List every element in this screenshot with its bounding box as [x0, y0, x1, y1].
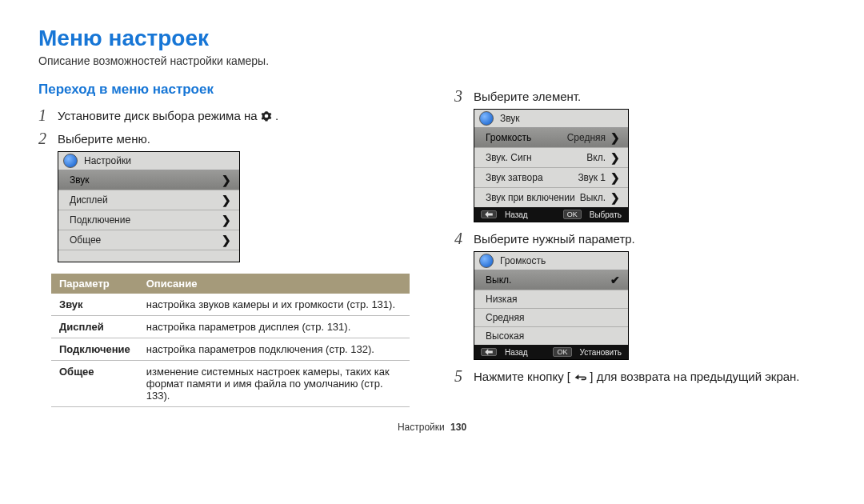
param-desc: настройка звуков камеры и их громкости (… [138, 294, 410, 316]
option-low[interactable]: Низкая [474, 290, 628, 309]
menu-item-value: Средняя [567, 132, 606, 143]
option-label: Низкая [486, 294, 518, 305]
step-number: 4 [454, 230, 467, 246]
section-heading: Переход в меню настроек [38, 82, 410, 98]
chevron-right-icon: ❯ [222, 214, 231, 226]
table-row: Дисплей настройка параметров дисплея (ст… [51, 316, 410, 338]
camera-menu-title: Звук [500, 113, 520, 124]
option-off[interactable]: Выкл. ✔ [474, 270, 628, 290]
menu-item-sound[interactable]: Звук ❯ [58, 170, 239, 190]
menu-item-display[interactable]: Дисплей ❯ [58, 190, 239, 210]
menu-item-label: Общее [70, 234, 101, 246]
option-medium[interactable]: Средняя [474, 309, 628, 327]
footer-ok-label: Выбрать [590, 210, 622, 219]
param-name: Дисплей [51, 316, 138, 338]
step-number: 5 [454, 368, 467, 384]
mode-dial-icon [479, 111, 494, 126]
back-key-icon[interactable] [481, 348, 497, 356]
chevron-right-icon: ❯ [610, 151, 620, 164]
footer-ok-label: Установить [580, 348, 622, 357]
page-title: Меню настроек [38, 26, 826, 51]
camera-menu-header: Звук [474, 110, 628, 128]
option-high[interactable]: Высокая [474, 327, 628, 345]
param-desc: настройка параметров дисплея (стр. 131). [138, 316, 410, 338]
param-desc: настройка параметров подключения (стр. 1… [138, 338, 410, 361]
table-row: Звук настройка звуков камеры и их громко… [51, 294, 410, 316]
menu-item-label: Звук при включении [486, 192, 575, 203]
gear-icon [261, 110, 272, 124]
table-row: Общее изменение системных настроек камер… [51, 361, 410, 407]
page-subtitle: Описание возможностей настройки камеры. [38, 54, 826, 67]
option-label: Выкл. [486, 274, 511, 286]
step-3: 3 Выберите элемент. [454, 88, 826, 104]
th-description: Описание [138, 274, 410, 294]
step-1: 1 Установите диск выбора режима на . [38, 107, 410, 124]
step-2: 2 Выберите меню. [38, 130, 410, 146]
table-row: Подключение настройка параметров подключ… [51, 338, 410, 361]
chevron-right-icon: ❯ [222, 174, 231, 186]
chevron-right-icon: ❯ [222, 234, 231, 246]
menu-item-value: Звук 1 [578, 172, 606, 183]
param-name: Подключение [51, 338, 138, 361]
menu-item-label: Звук. Сигн [486, 152, 532, 163]
back-icon [574, 371, 586, 385]
camera-menu-header: Громкость [474, 252, 628, 270]
step-5-text-pre: Нажмите кнопку [ [474, 370, 570, 383]
ok-key-icon[interactable]: OK [563, 210, 582, 219]
step-2-text: Выберите меню. [58, 130, 150, 146]
param-desc: изменение системных настроек камеры, так… [138, 361, 410, 407]
camera-menu-header: Настройки [58, 152, 239, 170]
step-5: 5 Нажмите кнопку [ ] для возврата на пре… [454, 368, 826, 385]
back-key-icon[interactable] [481, 210, 497, 218]
camera-menu-footer: Назад OK Установить [474, 345, 628, 359]
mode-dial-icon [63, 154, 78, 168]
mode-dial-icon [479, 254, 494, 268]
parameter-table: Параметр Описание Звук настройка звуков … [51, 274, 410, 407]
param-name: Общее [51, 361, 138, 407]
footer-back-label: Назад [505, 210, 528, 219]
chevron-right-icon: ❯ [222, 194, 231, 206]
menu-item-general[interactable]: Общее ❯ [58, 230, 239, 250]
footer-label: Настройки [398, 422, 445, 433]
th-parameter: Параметр [51, 274, 138, 294]
option-label: Высокая [486, 330, 524, 342]
menu-item-value: Выкл. [580, 192, 606, 203]
ok-key-icon[interactable]: OK [553, 347, 571, 357]
chevron-right-icon: ❯ [610, 191, 620, 204]
check-icon: ✔ [610, 274, 620, 286]
menu-item-shutter-sound[interactable]: Звук затвора Звук 1❯ [474, 168, 628, 188]
menu-item-label: Подключение [70, 214, 130, 226]
chevron-right-icon: ❯ [610, 131, 620, 144]
step-number: 1 [38, 107, 51, 123]
menu-item-volume[interactable]: Громкость Средняя❯ [474, 128, 628, 148]
camera-menu-title: Громкость [500, 255, 546, 266]
page-footer: Настройки 130 [38, 422, 826, 433]
step-4-text: Выберите нужный параметр. [474, 230, 635, 246]
step-number: 2 [38, 130, 51, 146]
step-number: 3 [454, 88, 467, 104]
option-label: Средняя [486, 312, 524, 323]
camera-menu-volume: Громкость Выкл. ✔ Низкая Средняя Высокая [474, 251, 629, 360]
menu-item-label: Звук [70, 174, 90, 186]
menu-item-startup-sound[interactable]: Звук при включении Выкл.❯ [474, 188, 628, 207]
camera-menu-sound: Звук Громкость Средняя❯ Звук. Сигн Вкл.❯… [474, 109, 629, 222]
footer-back-label: Назад [505, 348, 528, 357]
camera-menu-title: Настройки [84, 155, 131, 166]
step-5-text-post: ] для возврата на предыдущий экран. [590, 370, 799, 383]
menu-item-beep[interactable]: Звук. Сигн Вкл.❯ [474, 148, 628, 168]
param-name: Звук [51, 294, 138, 316]
menu-item-label: Громкость [486, 132, 531, 143]
step-4: 4 Выберите нужный параметр. [454, 230, 826, 246]
chevron-right-icon: ❯ [610, 171, 620, 184]
step-3-text: Выберите элемент. [474, 88, 581, 103]
step-1-text-post: . [275, 109, 278, 122]
menu-item-connection[interactable]: Подключение ❯ [58, 210, 239, 230]
menu-item-label: Звук затвора [486, 172, 543, 183]
step-1-text-pre: Установите диск выбора режима на [58, 109, 261, 122]
menu-item-label: Дисплей [70, 194, 108, 206]
camera-menu-settings: Настройки Звук ❯ Дисплей ❯ Подключение ❯ [58, 151, 240, 262]
camera-menu-footer: Назад OK Выбрать [474, 207, 628, 222]
page-number: 130 [450, 422, 466, 433]
menu-item-value: Вкл. [586, 152, 606, 163]
